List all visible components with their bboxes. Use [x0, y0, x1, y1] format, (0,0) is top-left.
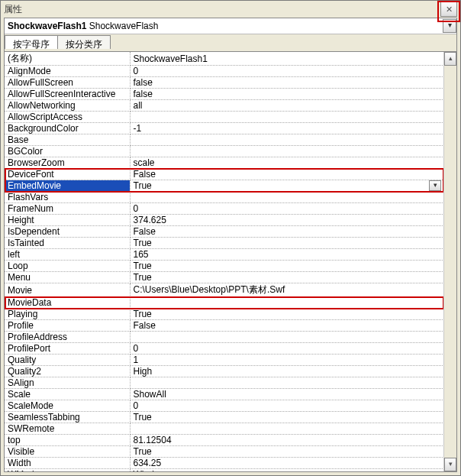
property-name-cell[interactable]: Loop	[5, 261, 130, 272]
property-name-cell[interactable]: ProfilePort	[5, 343, 130, 355]
property-name-cell[interactable]: FrameNum	[5, 203, 130, 215]
property-name-cell[interactable]: ScaleMode	[5, 400, 130, 412]
property-value-cell[interactable]: True	[130, 309, 444, 320]
property-name-cell[interactable]: BrowserZoom	[5, 157, 130, 169]
property-row[interactable]: ProfileFalse	[5, 320, 444, 332]
property-value-cell[interactable]: false	[130, 89, 444, 100]
property-value-cell[interactable]: 165	[130, 249, 444, 261]
property-value-cell[interactable]: false	[130, 77, 444, 89]
property-value-cell[interactable]: True	[130, 238, 444, 249]
property-row[interactable]: AllowNetworkingall	[5, 100, 444, 112]
property-row[interactable]: LoopTrue	[5, 261, 444, 272]
property-value-cell[interactable]	[130, 377, 444, 389]
property-value-cell[interactable]: 634.25	[130, 458, 444, 469]
property-name-cell[interactable]: AllowNetworking	[5, 100, 130, 112]
property-value-cell[interactable]: 1	[130, 355, 444, 366]
property-value-cell[interactable]: High	[130, 366, 444, 377]
property-value-cell[interactable]: ShockwaveFlash1	[130, 52, 444, 66]
property-name-cell[interactable]: Movie	[5, 283, 130, 297]
property-name-cell[interactable]: Menu	[5, 272, 130, 283]
property-value-cell[interactable]	[130, 112, 444, 123]
property-row[interactable]: ScaleMode0	[5, 400, 444, 412]
property-name-cell[interactable]: AlignMode	[5, 66, 130, 77]
property-value-cell[interactable]	[130, 134, 444, 146]
property-row[interactable]: MovieData	[5, 297, 444, 309]
property-value-cell[interactable]	[130, 332, 444, 343]
property-name-cell[interactable]: FlashVars	[5, 192, 130, 203]
property-row[interactable]: BrowserZoomscale	[5, 157, 444, 169]
value-dropdown-button[interactable]: ▾	[429, 180, 441, 191]
property-value-cell[interactable]: 0	[130, 400, 444, 412]
property-name-cell[interactable]: BGColor	[5, 146, 130, 157]
property-value-cell[interactable]	[130, 423, 444, 435]
property-row[interactable]: left165	[5, 249, 444, 261]
scroll-up-button[interactable]: ▴	[444, 52, 456, 66]
property-row[interactable]: FlashVars	[5, 192, 444, 203]
property-name-cell[interactable]: DeviceFont	[5, 169, 130, 180]
property-name-cell[interactable]: IsTainted	[5, 238, 130, 249]
property-name-cell[interactable]: Visible	[5, 446, 130, 458]
property-name-cell[interactable]: IsDependent	[5, 226, 130, 238]
property-value-cell[interactable]: -1	[130, 123, 444, 134]
property-row[interactable]: AllowScriptAccess	[5, 112, 444, 123]
property-row[interactable]: EmbedMovieTrue▾	[5, 180, 444, 192]
property-row[interactable]: SeamlessTabbingTrue	[5, 412, 444, 423]
property-name-cell[interactable]: SWRemote	[5, 423, 130, 435]
property-row[interactable]: ProfilePort0	[5, 343, 444, 355]
property-value-cell[interactable]: True▾	[130, 180, 444, 192]
property-row[interactable]: ScaleShowAll	[5, 389, 444, 400]
property-value-cell[interactable]: scale	[130, 157, 444, 169]
property-name-cell[interactable]: Base	[5, 134, 130, 146]
property-row[interactable]: Width634.25	[5, 458, 444, 469]
property-value-cell[interactable]: C:\Users\Blue\Desktop\PPT\素材.Swf	[130, 283, 444, 297]
property-row[interactable]: PlayingTrue	[5, 309, 444, 320]
property-row[interactable]: BGColor	[5, 146, 444, 157]
property-row[interactable]: IsDependentFalse	[5, 226, 444, 238]
property-row[interactable]: AllowFullScreenInteractivefalse	[5, 89, 444, 100]
property-name-cell[interactable]: WMode	[5, 469, 130, 472]
property-row[interactable]: Quality1	[5, 355, 444, 366]
scroll-down-button[interactable]: ▾	[444, 458, 456, 471]
property-name-cell[interactable]: AllowFullScreenInteractive	[5, 89, 130, 100]
close-button[interactable]: ✕	[440, 2, 457, 17]
property-value-cell[interactable]: ShowAll	[130, 389, 444, 400]
property-value-cell[interactable]: True	[130, 446, 444, 458]
property-name-cell[interactable]: SeamlessTabbing	[5, 412, 130, 423]
property-row[interactable]: BackgroundColor-1	[5, 123, 444, 134]
property-name-cell[interactable]: Scale	[5, 389, 130, 400]
property-name-cell[interactable]: MovieData	[5, 297, 130, 309]
property-name-cell[interactable]: Profile	[5, 320, 130, 332]
tab-alphabetic[interactable]: 按字母序	[5, 35, 58, 49]
property-row[interactable]: (名称)ShockwaveFlash1	[5, 52, 444, 66]
property-value-cell[interactable]: False	[130, 169, 444, 180]
property-value-cell[interactable]: True	[130, 272, 444, 283]
property-row[interactable]: top81.12504	[5, 435, 444, 446]
property-row[interactable]: AlignMode0	[5, 66, 444, 77]
vertical-scrollbar[interactable]: ▴ ▾	[443, 52, 456, 471]
property-row[interactable]: MovieC:\Users\Blue\Desktop\PPT\素材.Swf	[5, 283, 444, 297]
property-row[interactable]: VisibleTrue	[5, 446, 444, 458]
property-value-cell[interactable]: True	[130, 261, 444, 272]
property-name-cell[interactable]: (名称)	[5, 52, 130, 66]
property-name-cell[interactable]: AllowFullScreen	[5, 77, 130, 89]
property-row[interactable]: Height374.625	[5, 215, 444, 226]
property-row[interactable]: DeviceFontFalse	[5, 169, 444, 180]
property-row[interactable]: IsTaintedTrue	[5, 238, 444, 249]
property-row[interactable]: SAlign	[5, 377, 444, 389]
property-name-cell[interactable]: AllowScriptAccess	[5, 112, 130, 123]
tab-categorized[interactable]: 按分类序	[57, 35, 111, 49]
property-name-cell[interactable]: EmbedMovie	[5, 180, 130, 192]
property-value-cell[interactable]: True	[130, 412, 444, 423]
property-value-cell[interactable]: 374.625	[130, 215, 444, 226]
property-row[interactable]: MenuTrue	[5, 272, 444, 283]
property-row[interactable]: SWRemote	[5, 423, 444, 435]
property-name-cell[interactable]: Height	[5, 215, 130, 226]
object-selector[interactable]: ShockwaveFlash1 ShockwaveFlash ▾	[5, 18, 456, 34]
property-name-cell[interactable]: Quality	[5, 355, 130, 366]
property-name-cell[interactable]: top	[5, 435, 130, 446]
property-name-cell[interactable]: Quality2	[5, 366, 130, 377]
object-dropdown-button[interactable]: ▾	[443, 19, 456, 33]
property-row[interactable]: WModeWindow	[5, 469, 444, 472]
property-value-cell[interactable]	[130, 146, 444, 157]
property-name-cell[interactable]: ProfileAddress	[5, 332, 130, 343]
